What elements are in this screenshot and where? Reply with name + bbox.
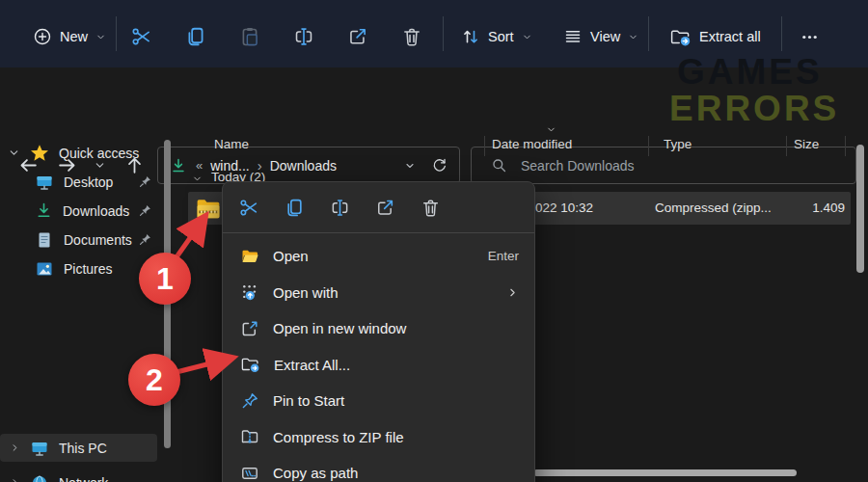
- chevron-right-icon[interactable]: [10, 442, 20, 453]
- menu-item-label: Open with: [273, 284, 339, 301]
- zipped-folder-icon: [196, 197, 221, 220]
- sidebar-item-desktop[interactable]: Desktop: [0, 168, 162, 196]
- file-explorer-window: New Sort View Extract all GAMES ERRORS: [0, 0, 868, 482]
- menu-copy-button[interactable]: [276, 189, 312, 226]
- trash-icon: [401, 26, 422, 47]
- folder-zipper-icon: [240, 427, 259, 446]
- delete-button[interactable]: [393, 20, 430, 53]
- address-bar[interactable]: « wind... › Downloads: [157, 147, 460, 184]
- menu-delete-button[interactable]: [412, 189, 448, 226]
- menu-item-pin-to-start[interactable]: Pin to Start: [223, 383, 534, 419]
- monitor-icon: [35, 173, 54, 192]
- toolbar-divider: [781, 16, 782, 51]
- column-header-type[interactable]: Type: [664, 137, 692, 151]
- rename-button[interactable]: [285, 20, 322, 53]
- pin-icon: [138, 203, 152, 218]
- column-header-size[interactable]: Size: [794, 137, 819, 151]
- new-button-label: New: [60, 29, 88, 44]
- column-divider[interactable]: [484, 136, 485, 156]
- chevron-right-icon[interactable]: [10, 477, 20, 482]
- sidebar-item-documents[interactable]: Documents: [0, 226, 162, 254]
- menu-item-extract-all[interactable]: Extract All...: [223, 347, 534, 384]
- chevron-down-icon: [95, 32, 106, 42]
- extract-all-button[interactable]: Extract all: [662, 20, 769, 53]
- breadcrumb-overflow[interactable]: «: [196, 158, 203, 173]
- rename-icon: [330, 198, 350, 218]
- horizontal-scrollbar[interactable]: [533, 469, 797, 476]
- menu-item-open-in-new-window[interactable]: Open in new window: [223, 310, 534, 347]
- breadcrumb-current[interactable]: Downloads: [270, 158, 337, 174]
- extract-folder-icon: [669, 27, 692, 47]
- plus-circle-icon: [33, 27, 52, 46]
- trash-icon: [420, 198, 441, 218]
- chevron-down-icon: [628, 32, 638, 42]
- monitor-icon: [30, 439, 49, 458]
- menu-item-label: Copy as path: [273, 465, 358, 481]
- column-divider[interactable]: [648, 136, 649, 156]
- share-button[interactable]: [339, 20, 376, 53]
- sidebar-item-quick-access[interactable]: Quick access: [0, 139, 162, 167]
- menu-item-label: Open in new window: [273, 320, 406, 336]
- paste-button[interactable]: [231, 20, 268, 53]
- toolbar-divider: [116, 16, 117, 51]
- sort-button-label: Sort: [488, 29, 514, 44]
- document-icon: [35, 230, 54, 250]
- cut-button[interactable]: [123, 20, 160, 53]
- menu-share-button[interactable]: [366, 189, 403, 226]
- view-button-label: View: [590, 29, 620, 44]
- submenu-chevron-icon: [506, 286, 519, 299]
- file-size: 1.409: [812, 201, 845, 215]
- column-divider[interactable]: [786, 136, 787, 156]
- sidebar-item-downloads[interactable]: Downloads: [0, 197, 162, 225]
- more-options-button[interactable]: [791, 20, 827, 53]
- menu-cut-button[interactable]: [231, 189, 267, 226]
- menu-item-open-with[interactable]: Open with: [223, 275, 534, 311]
- menu-item-open[interactable]: Open Enter: [223, 238, 534, 275]
- group-collapse-icon[interactable]: [192, 174, 203, 184]
- sidebar-item-pictures[interactable]: Pictures: [0, 254, 162, 282]
- copy-icon: [185, 26, 206, 47]
- star-icon: [30, 144, 49, 163]
- pin-outline-icon: [240, 391, 259, 411]
- menu-rename-button[interactable]: [321, 189, 358, 226]
- extract-folder-icon: [240, 355, 260, 374]
- context-menu: Open Enter Open with Open in new window …: [222, 181, 535, 482]
- pin-icon: [138, 174, 152, 189]
- column-divider[interactable]: [845, 136, 846, 156]
- annotation-arrow-1: [174, 219, 203, 261]
- menu-shortcut: Enter: [488, 249, 519, 263]
- search-box[interactable]: [471, 147, 856, 184]
- file-type: Compressed (zipp...: [655, 201, 772, 215]
- sort-direction-icon: [546, 124, 556, 135]
- picture-icon: [35, 259, 54, 279]
- sort-arrows-icon: [461, 27, 480, 46]
- menu-item-copy-as-path[interactable]: Copy as path: [223, 455, 534, 482]
- toolbar-divider: [443, 16, 444, 51]
- sort-button[interactable]: Sort: [453, 20, 540, 53]
- copy-button[interactable]: [177, 20, 214, 53]
- sidebar-item-this-pc[interactable]: This PC: [0, 434, 157, 462]
- view-button[interactable]: View: [556, 20, 646, 53]
- vertical-scrollbar[interactable]: [856, 145, 864, 273]
- copy-icon: [285, 198, 305, 218]
- sidebar-item-label: Documents: [64, 232, 132, 248]
- globe-icon: [30, 473, 49, 482]
- refresh-icon[interactable]: [431, 157, 448, 174]
- downloads-location-icon: [170, 157, 187, 174]
- extract-all-label: Extract all: [699, 29, 761, 44]
- address-dropdown-icon[interactable]: [404, 160, 416, 172]
- column-header-name[interactable]: Name: [214, 137, 249, 151]
- sidebar-item-network[interactable]: Network: [0, 469, 162, 482]
- ellipsis-icon: [800, 28, 819, 46]
- chevron-down-icon[interactable]: [8, 147, 20, 159]
- pin-icon: [138, 232, 152, 247]
- menu-item-compress-to-zip[interactable]: Compress to ZIP file: [223, 419, 534, 456]
- menu-item-label: Pin to Start: [273, 392, 344, 409]
- column-header-date-modified[interactable]: Date modified: [492, 137, 572, 151]
- sidebar-item-label: Desktop: [64, 174, 113, 190]
- new-button[interactable]: New: [25, 20, 114, 53]
- menu-item-label: Open: [273, 248, 309, 264]
- search-input[interactable]: [521, 158, 842, 174]
- navigation-bar: « wind... › Downloads: [0, 67, 868, 130]
- view-lines-icon: [563, 27, 583, 46]
